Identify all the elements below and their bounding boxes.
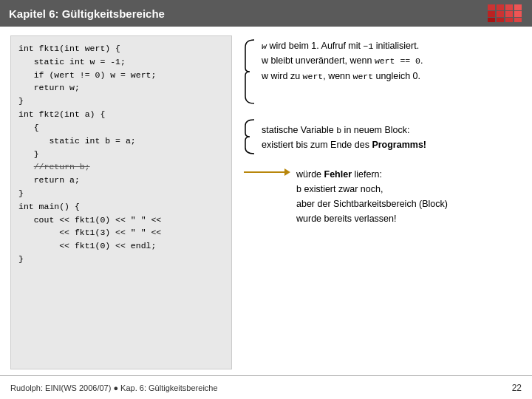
annotation-line-1c: w wird zu wert, wenn wert ungleich 0. (262, 69, 423, 83)
annotation-line-3a: würde Fehler liefern: (296, 167, 448, 182)
annotation-2: statische Variable b in neuem Block: exi… (244, 118, 522, 155)
code-line-14: cout << fkt1(0) << " " << (18, 214, 224, 227)
brace-icon-1 (244, 38, 256, 105)
code-line-4: return w; (18, 81, 224, 95)
annotation-text-1: w wird beim 1. Aufruf mit −1 initialisie… (262, 38, 423, 83)
svg-rect-12 (514, 18, 522, 22)
code-line-11: return a; (18, 174, 224, 187)
annotation-line-3d: wurde bereits verlassen! (296, 211, 448, 226)
annotation-1: w wird beim 1. Aufruf mit −1 initialisie… (244, 38, 522, 105)
annotation-line-3c: aber der Sichtbarkeitsbereich (Block) (296, 197, 448, 211)
brace-2 (244, 118, 256, 155)
code-line-1: int fkt1(int wert) { (18, 42, 224, 55)
footer-page: 22 (512, 383, 522, 393)
annotation-line-3b: b existiert zwar noch, (296, 182, 448, 197)
annotation-line-2b: existiert bis zum Ende des Programms! (262, 137, 426, 152)
annotation-line-2a: statische Variable b in neuem Block: (262, 123, 426, 137)
header: Kapitel 6: Gültigkeitsbereiche (0, 0, 532, 27)
annotation-3: würde Fehler liefern: b existiert zwar n… (244, 167, 522, 226)
svg-rect-3 (505, 4, 513, 10)
svg-rect-6 (497, 11, 504, 17)
annotation-line-1a: w wird beim 1. Aufruf mit −1 initialisie… (262, 38, 423, 53)
svg-rect-5 (488, 11, 495, 17)
code-line-12: } (18, 187, 224, 200)
code-line-2: static int w = -1; (18, 55, 224, 69)
code-line-10: //return b; (18, 160, 224, 174)
svg-rect-11 (505, 18, 513, 22)
code-line-6: int fkt2(int a) { (18, 108, 224, 121)
footer: Rudolph: EINI(WS 2006/07) ● Kap. 6: Gült… (0, 375, 532, 399)
annotation-text-2: statische Variable b in neuem Block: exi… (262, 123, 426, 152)
brace-1 (244, 38, 256, 105)
svg-rect-1 (488, 4, 495, 10)
brace-icon-2 (244, 118, 256, 155)
code-line-3: if (wert != 0) w = wert; (18, 69, 224, 82)
annotation-line-1b: w bleibt unverändert, wenn wert == 0. (262, 53, 423, 68)
code-line-17: } (18, 253, 224, 266)
code-line-9: } (18, 148, 224, 161)
page-title: Kapitel 6: Gültigkeitsbereiche (9, 7, 165, 20)
annotation-text-3: würde Fehler liefern: b existiert zwar n… (296, 167, 448, 226)
svg-rect-2 (497, 4, 504, 10)
svg-rect-4 (514, 4, 522, 10)
code-line-15: << fkt1(3) << " " << (18, 226, 224, 239)
svg-rect-8 (514, 11, 522, 17)
svg-rect-10 (497, 18, 504, 22)
code-line-7: { (18, 121, 224, 134)
code-line-8: static int b = a; (18, 134, 224, 148)
code-line-13: int main() { (18, 200, 224, 214)
annotations-panel: w wird beim 1. Aufruf mit −1 initialisie… (244, 35, 522, 369)
arrow-icon (244, 168, 290, 176)
code-line-5: } (18, 95, 224, 108)
code-panel: int fkt1(int wert) { static int w = -1; … (10, 35, 232, 369)
main-content: int fkt1(int wert) { static int w = -1; … (0, 27, 532, 375)
code-line-16: << fkt1(0) << endl; (18, 239, 224, 253)
logo-icon (486, 3, 523, 24)
svg-rect-7 (505, 11, 513, 17)
svg-rect-9 (488, 18, 495, 22)
footer-left: Rudolph: EINI(WS 2006/07) ● Kap. 6: Gült… (10, 383, 218, 392)
